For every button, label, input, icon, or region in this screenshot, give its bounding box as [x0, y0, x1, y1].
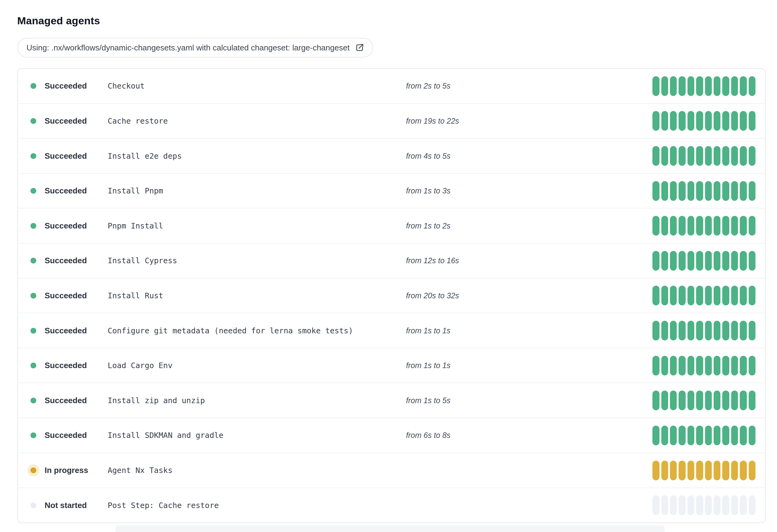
agent-segments-bar	[652, 461, 756, 480]
agent-segment	[679, 356, 685, 376]
agent-segment	[749, 286, 756, 305]
workflow-config-badge[interactable]: Using: .nx/workflows/dynamic-changesets.…	[17, 38, 373, 57]
agent-segment	[749, 76, 756, 96]
table-row: Succeeded Cache restore from 19s to 22s	[18, 103, 765, 138]
agent-segments	[652, 286, 756, 305]
agent-segment	[652, 495, 659, 515]
agent-segment	[661, 216, 668, 236]
status-dot	[30, 83, 36, 89]
agent-segments	[652, 181, 756, 201]
agent-segment	[713, 286, 720, 305]
agent-segment	[731, 76, 738, 96]
agent-segment	[687, 146, 694, 166]
agent-segment	[696, 146, 703, 166]
agent-segment	[679, 391, 685, 410]
agent-segment	[679, 321, 685, 341]
status-label: Succeeded	[44, 221, 87, 231]
step-name: Agent Nx Tasks	[108, 466, 406, 475]
status-cell: In progress	[30, 466, 108, 475]
agent-segment	[722, 391, 729, 410]
agent-segment	[670, 181, 677, 201]
step-duration: from 1s to 1s	[406, 361, 652, 370]
workflow-config-label: Using: .nx/workflows/dynamic-changesets.…	[26, 43, 350, 52]
table-row: Succeeded Install zip and unzip from 1s …	[18, 383, 765, 418]
step-duration: from 12s to 16s	[406, 256, 652, 265]
agent-segments	[652, 76, 756, 96]
agent-segments-bar	[652, 181, 756, 201]
agent-segment	[661, 321, 668, 341]
agent-segments	[652, 356, 756, 376]
agent-segment	[713, 391, 720, 410]
status-dot	[30, 293, 36, 299]
agent-segment	[679, 111, 685, 131]
agent-segment	[749, 391, 756, 410]
step-duration: from 6s to 8s	[406, 431, 652, 440]
table-row: Succeeded Checkout from 2s to 5s	[18, 69, 765, 103]
agent-segment	[740, 181, 747, 201]
status-cell: Succeeded	[30, 151, 108, 161]
agent-segment	[687, 495, 694, 515]
agent-segment	[705, 111, 712, 131]
status-label: Succeeded	[44, 361, 87, 370]
agent-segment	[687, 181, 694, 201]
agent-segment	[713, 251, 720, 271]
agent-segment	[652, 356, 659, 376]
agent-segment	[652, 181, 659, 201]
agent-segment	[679, 76, 685, 96]
status-cell: Succeeded	[30, 186, 108, 195]
agent-segment	[687, 461, 694, 480]
agent-segment	[696, 111, 703, 131]
agent-segments	[652, 391, 756, 410]
step-name: Pnpm Install	[108, 222, 406, 230]
agent-segment	[696, 251, 703, 271]
status-dot	[30, 258, 36, 264]
agent-segment	[722, 251, 729, 271]
agent-segment	[722, 146, 729, 166]
agent-segment	[696, 426, 703, 445]
table-row: Succeeded Load Cargo Env from 1s to 1s	[18, 348, 765, 383]
status-cell: Succeeded	[30, 81, 108, 91]
agent-segment	[679, 216, 685, 236]
agent-segment	[679, 146, 685, 166]
agent-segment	[705, 391, 712, 410]
agent-segment	[696, 286, 703, 305]
status-cell: Succeeded	[30, 116, 108, 126]
agent-segment	[713, 495, 720, 515]
status-dot	[30, 503, 36, 508]
step-duration: from 4s to 5s	[406, 152, 652, 160]
agent-segment	[705, 251, 712, 271]
agent-segment	[705, 495, 712, 515]
agent-segment	[652, 251, 659, 271]
agent-segment	[722, 356, 729, 376]
table-row: Succeeded Install Pnpm from 1s to 3s	[18, 173, 765, 208]
agent-segment	[661, 251, 668, 271]
agent-segment	[731, 495, 738, 515]
agent-segment	[679, 495, 685, 515]
agent-segment	[749, 461, 756, 480]
status-cell: Not started	[30, 501, 108, 510]
step-duration: from 1s to 1s	[406, 326, 652, 335]
agent-segment	[713, 146, 720, 166]
status-cell: Succeeded	[30, 221, 108, 231]
agent-segment	[696, 181, 703, 201]
step-duration: from 1s to 2s	[406, 222, 652, 230]
agent-segment	[670, 391, 677, 410]
agent-segment	[722, 216, 729, 236]
step-duration: from 20s to 32s	[406, 291, 652, 300]
agent-segment	[731, 146, 738, 166]
agent-segment	[731, 111, 738, 131]
agent-segment	[679, 181, 685, 201]
agent-segments	[652, 461, 756, 480]
agent-segment	[740, 251, 747, 271]
agent-segment	[652, 111, 659, 131]
agent-segment	[670, 76, 677, 96]
agent-segment	[713, 461, 720, 480]
agent-segments-bar	[652, 216, 756, 236]
agent-segments-bar	[652, 495, 756, 515]
agent-segments-bar	[652, 426, 756, 445]
agent-segment	[687, 76, 694, 96]
status-dot	[30, 398, 36, 403]
agent-segments	[652, 216, 756, 236]
status-cell: Succeeded	[30, 326, 108, 336]
agent-segments-bar	[652, 76, 756, 96]
